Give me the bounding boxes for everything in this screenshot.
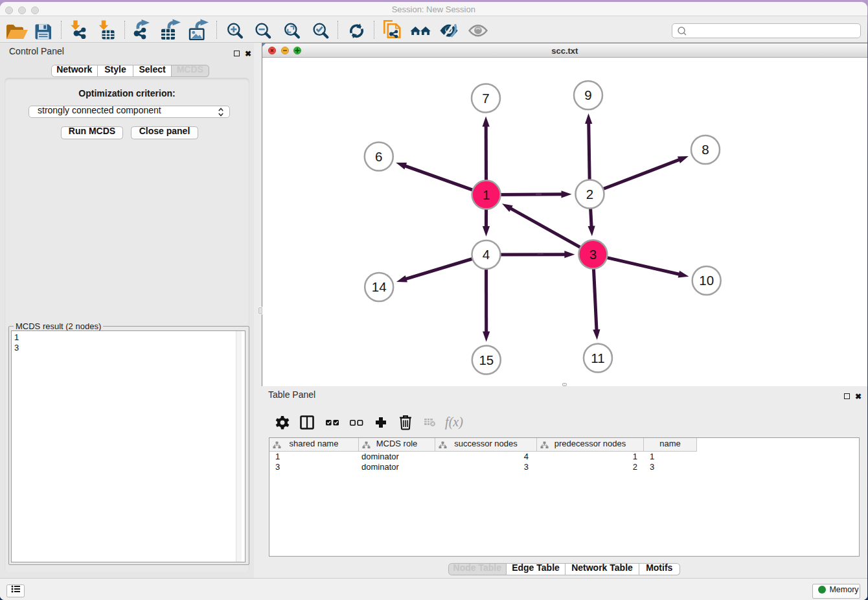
- svg-text:f(x): f(x): [445, 415, 463, 430]
- svg-text:4: 4: [483, 247, 490, 262]
- svg-text:2: 2: [586, 187, 593, 202]
- svg-text:6: 6: [375, 149, 382, 164]
- svg-text:14: 14: [372, 279, 387, 294]
- svg-text:15: 15: [479, 352, 494, 367]
- svg-text:9: 9: [584, 87, 591, 102]
- svg-text:1: 1: [483, 187, 490, 202]
- svg-text:3: 3: [589, 247, 597, 262]
- svg-text:10: 10: [699, 273, 714, 288]
- svg-text:11: 11: [591, 351, 604, 365]
- svg-text:7: 7: [482, 91, 489, 106]
- svg-text:8: 8: [702, 142, 709, 157]
